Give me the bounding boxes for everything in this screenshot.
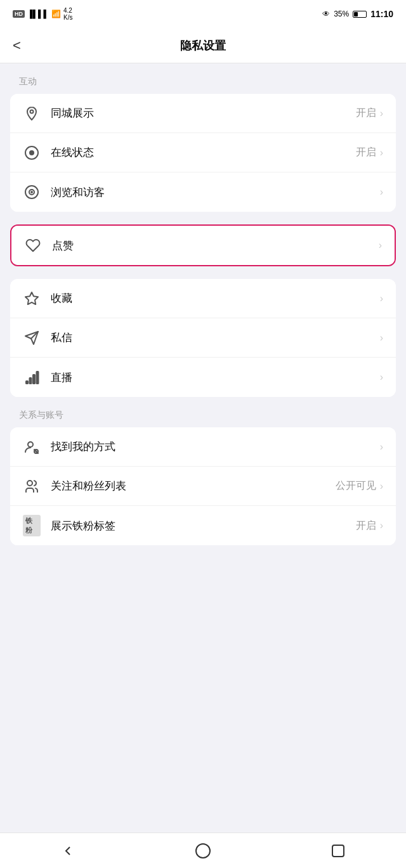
menu-text-zaixian: 在线状态 [51,145,356,160]
page-header: < 隐私设置 [0,28,406,63]
bottom-nav [0,832,406,868]
menu-text-dianzan: 点赞 [52,238,375,253]
location-icon [23,105,41,122]
menu-value-tiepen: 开启 [356,519,376,533]
nav-recent-button[interactable] [324,837,352,865]
menu-item-shoucang[interactable]: 收藏 › [10,279,396,318]
nav-home-button[interactable] [189,837,217,865]
menu-text-guanzhu: 关注和粉丝列表 [51,479,336,493]
svg-rect-10 [30,378,32,384]
menu-value-guanzhu: 公开可见 [336,479,376,493]
menu-item-sixin[interactable]: 私信 › [10,318,396,358]
back-button[interactable]: < [13,39,21,53]
menu-item-guanzhu[interactable]: 关注和粉丝列表 公开可见 › [10,467,396,506]
section-label-hudong: 互动 [0,76,406,94]
menu-text-tongcheng: 同城展示 [51,106,356,120]
svg-marker-6 [25,292,38,304]
menu-item-tiepen[interactable]: 铁粉 展示铁粉标签 开启 › [10,506,396,545]
chevron-icon-tongcheng: › [380,108,383,119]
menu-text-liulan: 浏览和访客 [51,185,376,200]
message-icon [23,329,41,347]
browse-icon [23,183,41,201]
menu-item-zhaodao[interactable]: 找到我的方式 › [10,427,396,467]
hd-badge: HD [13,10,25,18]
heart-icon [24,236,42,254]
svg-point-13 [28,442,33,447]
svg-point-2 [30,151,34,155]
page-title: 隐私设置 [180,38,226,53]
online-icon [23,144,41,162]
svg-rect-12 [37,372,39,384]
menu-text-zhibo: 直播 [51,370,376,385]
battery-percent: 35% [334,10,349,18]
nav-back-button[interactable] [54,837,82,865]
menu-value-tongcheng: 开启 [356,107,376,120]
wifi-icon: 📶 [51,10,61,18]
menu-value-zaixian: 开启 [356,146,376,159]
card-dianzan: 点赞 › [10,224,396,266]
card-group-3: 找到我的方式 › 关注和粉丝列表 公开可见 › 铁粉 展示铁粉标签 [10,427,396,545]
svg-point-0 [30,110,34,113]
chevron-icon-guanzhu: › [380,481,383,492]
network-speed: 4.2K/s [63,7,72,21]
svg-rect-9 [26,381,28,384]
svg-point-18 [196,844,210,858]
chevron-icon-sixin: › [380,332,383,344]
menu-item-dianzan[interactable]: 点赞 › [11,226,395,265]
status-left: HD ▐▌▌▌ 📶 4.2K/s [13,7,72,21]
find-icon [23,438,41,456]
menu-text-tiepen: 展示铁粉标签 [51,519,356,533]
menu-text-zhaodao: 找到我的方式 [51,439,376,454]
content-area: 互动 同城展示 开启 › 在线状态 开启 › [0,63,406,832]
menu-item-tongcheng[interactable]: 同城展示 开启 › [10,94,396,133]
chevron-icon-tiepen: › [380,520,383,531]
signal-icon: ▐▌▌▌ [27,10,49,18]
chevron-icon-zhaodao: › [380,441,383,453]
battery-icon [353,11,367,18]
menu-item-liulan[interactable]: 浏览和访客 › [10,172,396,212]
section-label-guanxi: 关系与账号 [0,410,406,427]
svg-point-5 [31,191,32,193]
star-icon [23,290,41,308]
chevron-icon-liulan: › [380,186,383,198]
tiepen-icon: 铁粉 [23,517,41,534]
menu-item-zhibo[interactable]: 直播 › [10,358,396,397]
card-group-2: 收藏 › 私信 › [10,279,396,397]
people-icon [23,477,41,495]
chevron-icon-shoucang: › [380,293,383,304]
eye-icon: 👁 [322,10,330,18]
time-display: 11:10 [370,9,393,19]
live-icon [23,368,41,386]
menu-text-sixin: 私信 [51,330,376,345]
chevron-icon-zhibo: › [380,372,383,383]
menu-text-shoucang: 收藏 [51,291,376,306]
card-group-1: 同城展示 开启 › 在线状态 开启 › [10,94,396,212]
status-right: 👁 35% 11:10 [322,9,393,19]
svg-rect-19 [332,845,344,857]
status-bar: HD ▐▌▌▌ 📶 4.2K/s 👁 35% 11:10 [0,0,406,28]
svg-rect-11 [33,375,35,384]
chevron-icon-dianzan: › [379,240,382,251]
chevron-icon-zaixian: › [380,147,383,159]
svg-point-17 [27,481,32,486]
menu-item-zaixian[interactable]: 在线状态 开启 › [10,133,396,172]
